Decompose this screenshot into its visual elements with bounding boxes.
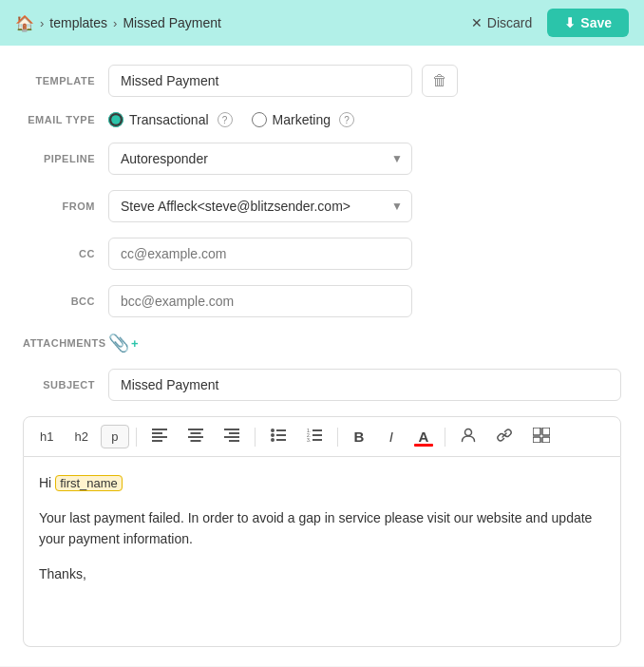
pipeline-row: PIPELINE AutoresponderNewsletterBroadcas… xyxy=(23,143,621,175)
add-attachment-button[interactable]: 📎+ xyxy=(108,333,139,353)
unordered-list-icon xyxy=(271,429,286,442)
template-label: TEMPLATE xyxy=(23,75,108,86)
editor-line-3: Thanks, xyxy=(39,563,605,584)
svg-rect-26 xyxy=(542,428,550,435)
toolbar-sep-3 xyxy=(337,428,338,447)
person-icon xyxy=(461,428,476,443)
more-options-icon xyxy=(533,428,550,443)
save-button[interactable]: ⬇ Save xyxy=(547,9,629,37)
save-icon: ⬇ xyxy=(564,15,576,30)
toolbar-sep-2 xyxy=(255,428,256,447)
trash-icon: 🗑 xyxy=(432,72,447,88)
toolbar-sep-4 xyxy=(445,428,445,447)
save-label: Save xyxy=(580,15,612,30)
from-label: FROM xyxy=(23,200,108,212)
pipeline-select[interactable]: AutoresponderNewsletterBroadcast xyxy=(108,143,412,175)
svg-rect-6 xyxy=(188,436,203,438)
editor-wrapper: h1 h2 p xyxy=(23,416,621,647)
cc-label: CC xyxy=(23,248,108,259)
editor-content: Hi first_name Your last payment failed. … xyxy=(39,472,605,584)
svg-rect-9 xyxy=(229,432,239,434)
bcc-row: BCC xyxy=(23,285,621,317)
editor-hi-text: Hi xyxy=(39,475,55,490)
link-icon xyxy=(497,428,512,443)
editor-body[interactable]: Hi first_name Your last payment failed. … xyxy=(23,457,621,647)
from-select[interactable]: Steve Affleck<steve@blitzsender.com> xyxy=(108,190,412,222)
marketing-help-icon[interactable]: ? xyxy=(339,112,354,127)
align-left-icon xyxy=(152,429,167,442)
toolbar-list-ul-button[interactable] xyxy=(262,424,294,449)
breadcrumb-templates[interactable]: templates xyxy=(49,15,107,30)
toolbar-font-color-button[interactable]: A xyxy=(409,424,438,449)
svg-rect-5 xyxy=(190,432,200,434)
transactional-option[interactable]: Transactional ? xyxy=(108,112,233,127)
toolbar-p-button[interactable]: p xyxy=(101,425,129,448)
attachment-plus-icon: + xyxy=(131,336,139,351)
svg-rect-13 xyxy=(276,429,286,431)
template-input[interactable] xyxy=(108,65,412,97)
toolbar-bold-button[interactable]: B xyxy=(345,424,373,449)
marketing-option[interactable]: Marketing ? xyxy=(252,112,354,127)
toolbar-italic-button[interactable]: I xyxy=(377,424,406,449)
transactional-label: Transactional xyxy=(129,112,209,127)
marketing-radio[interactable] xyxy=(252,112,267,127)
toolbar-align-left-button[interactable] xyxy=(143,424,176,450)
attachments-label: Attachments xyxy=(23,337,108,349)
svg-rect-4 xyxy=(188,429,203,430)
svg-rect-7 xyxy=(190,440,200,442)
attachments-row: Attachments 📎+ xyxy=(23,333,621,353)
svg-rect-11 xyxy=(229,440,239,442)
svg-rect-23 xyxy=(313,439,322,441)
toolbar-person-button[interactable] xyxy=(452,423,484,450)
breadcrumb-current: Missed Payment xyxy=(123,15,220,30)
toolbar-list-ol-button[interactable]: 1. 2. 3. xyxy=(298,424,331,449)
svg-rect-19 xyxy=(313,429,322,431)
bcc-input[interactable] xyxy=(108,285,412,317)
cc-input[interactable] xyxy=(108,238,412,270)
toolbar-align-right-button[interactable] xyxy=(216,424,248,449)
subject-input[interactable] xyxy=(108,369,621,401)
transactional-help-icon[interactable]: ? xyxy=(218,112,233,127)
toolbar-h2-button[interactable]: h2 xyxy=(66,425,96,448)
pipeline-select-wrapper: AutoresponderNewsletterBroadcast ▼ xyxy=(108,143,412,175)
svg-rect-1 xyxy=(152,432,162,434)
pipeline-label: PIPELINE xyxy=(23,153,108,164)
font-color-a-label: A xyxy=(419,429,429,445)
transactional-radio[interactable] xyxy=(108,112,123,127)
toolbar-h1-button[interactable]: h1 xyxy=(31,425,62,448)
from-row: FROM Steve Affleck<steve@blitzsender.com… xyxy=(23,190,621,222)
svg-point-14 xyxy=(271,433,275,437)
svg-rect-15 xyxy=(276,434,286,436)
paperclip-icon: 📎 xyxy=(108,333,129,353)
breadcrumb-sep-2: › xyxy=(113,16,117,30)
bcc-label: BCC xyxy=(23,295,108,307)
font-color-bar xyxy=(414,444,433,447)
svg-text:3.: 3. xyxy=(307,437,311,442)
editor-toolbar: h1 h2 p xyxy=(23,416,621,457)
toolbar-more-button[interactable] xyxy=(524,423,559,450)
svg-rect-21 xyxy=(313,434,322,436)
cc-row: CC xyxy=(23,238,621,270)
from-select-wrapper: Steve Affleck<steve@blitzsender.com> ▼ xyxy=(108,190,412,222)
breadcrumb-sep-1: › xyxy=(40,16,44,30)
x-icon: ✕ xyxy=(471,15,483,30)
delete-template-button[interactable]: 🗑 xyxy=(422,65,458,97)
svg-rect-28 xyxy=(542,437,550,443)
svg-rect-8 xyxy=(224,429,239,430)
svg-rect-25 xyxy=(533,428,540,435)
svg-point-16 xyxy=(271,438,275,442)
svg-rect-27 xyxy=(533,437,540,443)
template-row: TEMPLATE 🗑 xyxy=(23,65,621,97)
toolbar-align-center-button[interactable] xyxy=(180,424,212,449)
svg-point-24 xyxy=(464,429,471,436)
discard-button[interactable]: ✕ Discard xyxy=(462,10,541,36)
email-type-label: EMAIL TYPE xyxy=(23,114,108,125)
email-type-row: EMAIL TYPE Transactional ? Marketing ? xyxy=(23,112,621,127)
breadcrumb-home[interactable]: 🏠 xyxy=(15,14,34,32)
header-bar: 🏠 › templates › Missed Payment ✕ Discard… xyxy=(0,0,644,46)
discard-label: Discard xyxy=(487,15,532,30)
merge-tag-first-name[interactable]: first_name xyxy=(55,475,123,491)
marketing-label: Marketing xyxy=(273,112,331,127)
toolbar-link-button[interactable] xyxy=(488,423,521,450)
toolbar-sep-1 xyxy=(136,428,137,447)
